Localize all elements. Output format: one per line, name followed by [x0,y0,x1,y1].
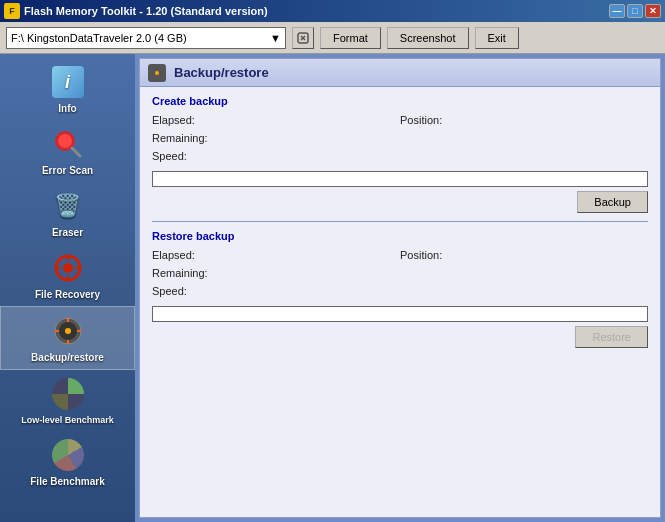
create-elapsed-label: Elapsed: [152,114,272,126]
backup-button[interactable]: Backup [577,191,648,213]
window-controls: — □ ✕ [609,4,661,18]
backup-restore-icon [52,315,84,347]
sidebar-item-file-recovery[interactable]: File Recovery [0,244,135,306]
sidebar-label-low-level: Low-level Benchmark [21,415,114,425]
create-backup-btn-row: Backup [152,191,648,213]
minimize-button[interactable]: — [609,4,625,18]
sidebar-label-file-benchmark: File Benchmark [30,476,104,487]
create-speed-row: Speed: [152,147,400,165]
restore-backup-btn-row: Restore [152,326,648,348]
info-icon: i [52,66,84,98]
create-position-row: Position: [400,111,648,129]
sidebar-item-error-scan[interactable]: Error Scan [0,120,135,182]
low-level-icon [52,378,84,410]
svg-point-4 [58,134,72,148]
restore-elapsed-label: Elapsed: [152,249,272,261]
content-title: Backup/restore [174,65,269,80]
exit-button[interactable]: Exit [475,27,519,49]
restore-backup-title: Restore backup [152,230,648,242]
toolbar: F:\ KingstonDataTraveler 2.0 (4 GB) ▼ Fo… [0,22,665,54]
close-button[interactable]: ✕ [645,4,661,18]
create-backup-section: Create backup Elapsed: Remaining: Speed: [152,95,648,213]
sidebar-item-eraser[interactable]: 🗑️ Eraser [0,182,135,244]
window-title: Flash Memory Toolkit - 1.20 (Standard ve… [24,5,605,17]
file-benchmark-icon [52,439,84,471]
restore-button[interactable]: Restore [575,326,648,348]
create-remaining-row: Remaining: [152,129,400,147]
content-header-icon [148,64,166,82]
main-layout: i Info Error Scan 🗑️ Eraser [0,54,665,522]
sidebar-label-backup-restore: Backup/restore [31,352,104,363]
content-area: Backup/restore Create backup Elapsed: Re… [139,58,661,518]
create-elapsed-row: Elapsed: [152,111,400,129]
restore-backup-stats: Elapsed: Remaining: Speed: [152,246,648,300]
create-backup-progress [152,171,648,187]
sidebar-item-info[interactable]: i Info [0,58,135,120]
sidebar-label-eraser: Eraser [52,227,83,238]
svg-point-14 [65,328,71,334]
title-bar: F Flash Memory Toolkit - 1.20 (Standard … [0,0,665,22]
svg-line-5 [72,148,80,156]
app-icon: F [4,3,20,19]
eraser-icon: 🗑️ [52,190,84,222]
create-remaining-label: Remaining: [152,132,272,144]
restore-position-label: Position: [400,249,520,261]
restore-speed-row: Speed: [152,282,400,300]
maximize-button[interactable]: □ [627,4,643,18]
restore-elapsed-row: Elapsed: [152,246,400,264]
format-button[interactable]: Format [320,27,381,49]
content-body: Create backup Elapsed: Remaining: Speed: [140,87,660,517]
refresh-button[interactable] [292,27,314,49]
restore-backup-section: Restore backup Elapsed: Remaining: Speed… [152,230,648,348]
sidebar-item-low-level[interactable]: Low-level Benchmark [0,370,135,431]
sidebar-item-file-benchmark[interactable]: File Benchmark [0,431,135,493]
restore-speed-label: Speed: [152,285,272,297]
file-recovery-icon [52,252,84,284]
restore-position-row: Position: [400,246,648,264]
svg-point-7 [63,263,73,273]
drive-dropdown-arrow: ▼ [270,32,281,44]
sidebar-item-backup-restore[interactable]: Backup/restore [0,306,135,370]
restore-backup-progress [152,306,648,322]
svg-point-20 [155,71,159,75]
sidebar: i Info Error Scan 🗑️ Eraser [0,54,135,522]
error-scan-icon [52,128,84,160]
create-position-label: Position: [400,114,520,126]
section-divider [152,221,648,222]
drive-selector[interactable]: F:\ KingstonDataTraveler 2.0 (4 GB) ▼ [6,27,286,49]
screenshot-button[interactable]: Screenshot [387,27,469,49]
sidebar-label-info: Info [58,103,76,114]
content-header: Backup/restore [140,59,660,87]
create-speed-label: Speed: [152,150,272,162]
create-backup-stats: Elapsed: Remaining: Speed: [152,111,648,165]
restore-remaining-row: Remaining: [152,264,400,282]
restore-remaining-label: Remaining: [152,267,272,279]
create-backup-title: Create backup [152,95,648,107]
sidebar-label-error-scan: Error Scan [42,165,93,176]
sidebar-label-file-recovery: File Recovery [35,289,100,300]
drive-value: F:\ KingstonDataTraveler 2.0 (4 GB) [11,32,187,44]
